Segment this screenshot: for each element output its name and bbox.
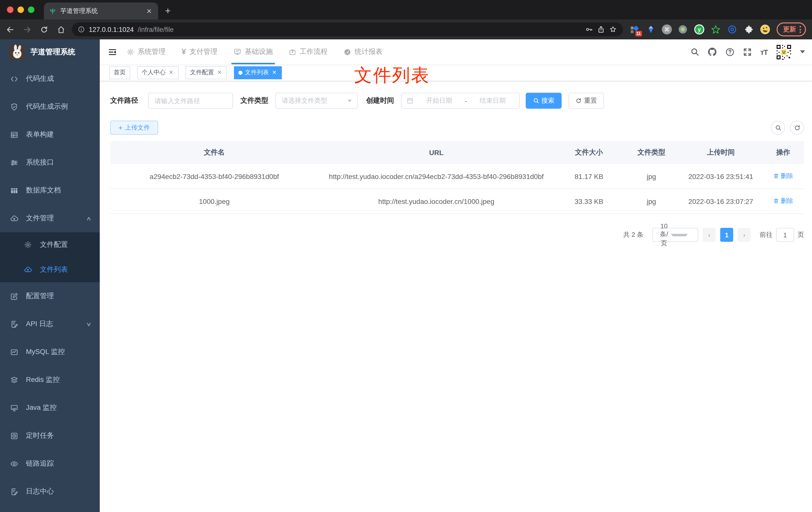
address-bar[interactable]: 127.0.0.1:1024/infra/file/file — [72, 23, 623, 36]
extension-star-icon[interactable] — [710, 24, 721, 35]
tag-file-list[interactable]: 文件列表✕ — [234, 66, 282, 79]
sidebar-item-api-log[interactable]: API 日志 ∨ — [0, 310, 100, 338]
gauge-icon — [344, 48, 351, 56]
tag-profile[interactable]: 个人中心✕ — [137, 66, 179, 79]
page-number-button[interactable]: 1 — [720, 228, 733, 242]
top-menu-pay[interactable]: ¥ 支付管理 — [174, 39, 226, 64]
close-icon[interactable]: ✕ — [216, 69, 223, 76]
share-icon[interactable] — [597, 25, 605, 33]
browser-tab[interactable]: 芋道管理系统 ✕ — [44, 2, 158, 20]
sidebar-item-label: 数据库文档 — [26, 186, 61, 195]
sidebar-item-tracing[interactable]: 链路追踪 — [0, 450, 100, 478]
github-icon[interactable] — [707, 47, 718, 57]
avatar-caret-icon[interactable] — [800, 50, 805, 53]
upload-button-label: 上传文件 — [125, 123, 150, 132]
extension-wallet-icon[interactable]: 11 — [629, 24, 640, 35]
extensions-row: 11 ⌘ y — [629, 24, 771, 35]
layers-icon — [10, 375, 19, 384]
sidebar-item-file-manage[interactable]: 文件管理 ∧ — [0, 204, 100, 232]
reload-icon[interactable] — [40, 25, 48, 34]
close-window-button[interactable] — [7, 6, 13, 13]
red-annotation-text: 文件列表 — [354, 63, 430, 88]
sidebar-item-file-list[interactable]: 文件列表 — [0, 257, 100, 282]
app-logo[interactable]: 芋道管理系统 — [0, 39, 100, 65]
file-type-select[interactable]: 请选择文件类型 — [275, 93, 358, 109]
tab-close-icon[interactable]: ✕ — [145, 7, 153, 15]
total-count: 共 2 条 — [623, 230, 643, 239]
sidebar-item-redis-monitor[interactable]: Redis 监控 — [0, 366, 100, 394]
refresh-table-button[interactable] — [790, 121, 804, 134]
code-icon — [10, 74, 19, 83]
tag-file-config[interactable]: 文件配置✕ — [185, 66, 227, 79]
sidebar-item-code-demo[interactable]: 代码生成示例 — [0, 93, 100, 121]
avatar[interactable] — [776, 43, 792, 60]
sidebar-item-label: 文件管理 — [26, 214, 54, 223]
zoom-window-button[interactable] — [28, 6, 34, 13]
briefcase-icon — [289, 48, 296, 56]
extension-badge: 11 — [635, 31, 642, 36]
browser-tab-strip: 芋道管理系统 ✕ + — [0, 0, 812, 20]
sidebar-item-file-config[interactable]: 文件配置 — [0, 232, 100, 257]
extension-dot-icon[interactable] — [677, 24, 688, 35]
sidebar-item-code-gen[interactable]: 代码生成 — [0, 65, 100, 93]
prev-page-button[interactable]: ‹ — [703, 228, 716, 242]
table-toolbar: + 上传文件 — [110, 121, 804, 134]
sidebar-item-cron-job[interactable]: 定时任务 — [0, 422, 100, 450]
extension-swirl-icon[interactable] — [727, 24, 738, 35]
cell-file-size: 81.17 KB — [554, 164, 624, 189]
extension-balloon-icon[interactable] — [645, 24, 657, 35]
favicon-plant-icon — [49, 7, 56, 15]
delete-button[interactable]: 删除 — [773, 195, 793, 206]
bookmark-star-icon[interactable] — [609, 25, 617, 33]
sidebar-item-mysql-monitor[interactable]: MySQL 监控 — [0, 338, 100, 366]
page-unit-label: 页 — [798, 230, 804, 239]
sidebar-item-db-doc[interactable]: 数据库文档 — [0, 177, 100, 204]
extension-command-icon[interactable]: ⌘ — [662, 24, 672, 34]
edit-square-icon — [10, 292, 19, 300]
sidebar-item-log-center[interactable]: 日志中心 — [0, 478, 100, 506]
reset-button[interactable]: 重置 — [569, 93, 604, 109]
create-time-range-picker[interactable]: 开始日期 - 结束日期 — [401, 93, 520, 109]
file-path-input[interactable] — [149, 93, 232, 108]
sidebar-collapse-icon[interactable] — [108, 48, 117, 56]
sidebar-item-config-manage[interactable]: 配置管理 — [0, 282, 100, 310]
chevron-down-icon: ∨ — [86, 321, 92, 327]
upload-file-button[interactable]: + 上传文件 — [110, 121, 158, 134]
password-key-icon[interactable] — [585, 25, 593, 33]
form-icon — [10, 130, 19, 139]
search-icon[interactable] — [691, 48, 699, 56]
top-menu-report[interactable]: 统计报表 — [336, 39, 390, 64]
minimize-window-button[interactable] — [18, 6, 24, 13]
top-menu-infra[interactable]: 基础设施 — [226, 39, 281, 64]
back-icon[interactable] — [6, 25, 14, 34]
page-size-select[interactable]: 10条/页 — [652, 228, 698, 242]
goto-page-input[interactable] — [777, 228, 793, 241]
end-date-placeholder: 结束日期 — [471, 96, 514, 105]
top-menu-workflow[interactable]: 工作流程 — [281, 39, 336, 64]
search-button[interactable]: 搜索 — [526, 93, 561, 109]
site-info-icon[interactable] — [78, 26, 85, 33]
home-icon[interactable] — [57, 25, 65, 34]
close-icon[interactable]: ✕ — [168, 69, 174, 76]
close-icon[interactable]: ✕ — [271, 69, 277, 76]
extension-y-icon[interactable]: y — [694, 24, 705, 35]
font-size-icon[interactable]: тT — [760, 48, 767, 56]
cell-url: http://test.yudao.iocoder.cn/1000.jpeg — [318, 189, 554, 214]
cell-upload-time: 2022-03-16 23:51:41 — [679, 164, 762, 189]
next-page-button[interactable]: › — [738, 228, 751, 242]
sidebar-item-system-api[interactable]: 系统接口 — [0, 149, 100, 177]
sidebar-item-java-monitor[interactable]: Java 监控 — [0, 394, 100, 422]
help-icon[interactable] — [725, 47, 735, 57]
browser-menu-icon[interactable] — [800, 26, 801, 33]
browser-update-button[interactable]: 更新 — [777, 23, 806, 36]
sidebar-item-form-builder[interactable]: 表单构建 — [0, 121, 100, 149]
forward-icon[interactable] — [23, 25, 31, 34]
delete-button[interactable]: 删除 — [773, 171, 793, 181]
profile-emoji-icon[interactable] — [760, 24, 771, 35]
toggle-search-button[interactable] — [771, 121, 785, 134]
extensions-puzzle-icon[interactable] — [743, 24, 754, 35]
top-menu-system[interactable]: 系统管理 — [119, 39, 174, 64]
fullscreen-icon[interactable] — [743, 47, 752, 57]
new-tab-button[interactable]: + — [165, 5, 171, 17]
tag-home[interactable]: 首页 — [109, 66, 130, 79]
